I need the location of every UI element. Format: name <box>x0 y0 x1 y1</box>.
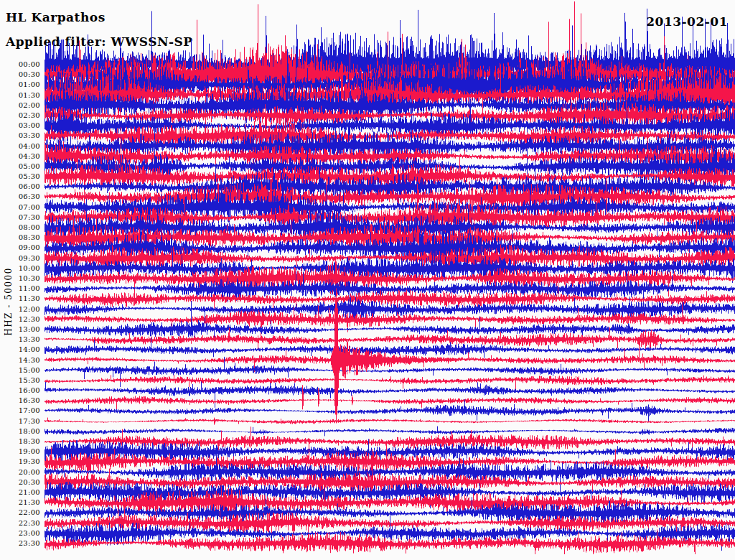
time-label: 17:30 <box>0 417 40 426</box>
time-label: 13:00 <box>0 325 40 334</box>
time-label: 22:00 <box>0 508 40 517</box>
time-label: 16:00 <box>0 386 40 395</box>
time-label: 23:00 <box>0 529 40 538</box>
time-label: 19:00 <box>0 447 40 456</box>
time-label: 22:30 <box>0 519 40 528</box>
time-label: 03:30 <box>0 131 40 140</box>
time-label: 09:30 <box>0 254 40 263</box>
time-label: 11:00 <box>0 284 40 293</box>
time-label: 07:00 <box>0 203 40 212</box>
time-label: 03:00 <box>0 121 40 130</box>
station-title: HL Karpathos <box>6 10 106 24</box>
time-label: 17:00 <box>0 406 40 415</box>
time-label: 08:00 <box>0 223 40 232</box>
time-label: 12:30 <box>0 315 40 324</box>
time-label: 10:00 <box>0 264 40 273</box>
time-label: 02:00 <box>0 101 40 110</box>
time-label: 19:30 <box>0 457 40 466</box>
seismogram-trace-canvas <box>0 0 735 560</box>
time-label: 15:30 <box>0 376 40 385</box>
time-label: 08:30 <box>0 233 40 242</box>
time-label: 21:30 <box>0 498 40 507</box>
time-label: 15:00 <box>0 366 40 375</box>
time-label: 21:00 <box>0 488 40 497</box>
time-label: 00:00 <box>0 60 40 69</box>
date-label: 2013-02-01 <box>646 14 728 29</box>
time-label: 18:00 <box>0 427 40 436</box>
time-label: 01:00 <box>0 80 40 89</box>
time-label: 05:00 <box>0 162 40 171</box>
time-label: 02:30 <box>0 111 40 120</box>
time-label: 06:30 <box>0 192 40 201</box>
time-label: 20:30 <box>0 478 40 487</box>
time-label: 13:30 <box>0 335 40 344</box>
time-label: 09:00 <box>0 243 40 252</box>
time-label: 01:30 <box>0 91 40 100</box>
time-label: 14:00 <box>0 345 40 354</box>
applied-filter-label: Applied filter: WWSSN-SP <box>6 34 193 49</box>
time-label: 00:30 <box>0 70 40 79</box>
time-label: 07:30 <box>0 213 40 222</box>
time-label: 20:00 <box>0 468 40 477</box>
time-label: 04:30 <box>0 152 40 161</box>
time-label: 06:00 <box>0 182 40 191</box>
time-label: 11:30 <box>0 294 40 303</box>
time-label: 12:00 <box>0 305 40 314</box>
time-label: 18:30 <box>0 437 40 446</box>
time-label: 05:30 <box>0 172 40 181</box>
time-label: 16:30 <box>0 396 40 405</box>
time-label: 04:00 <box>0 142 40 151</box>
time-label: 14:30 <box>0 356 40 365</box>
time-label: 23:30 <box>0 539 40 548</box>
time-label: 10:30 <box>0 274 40 283</box>
